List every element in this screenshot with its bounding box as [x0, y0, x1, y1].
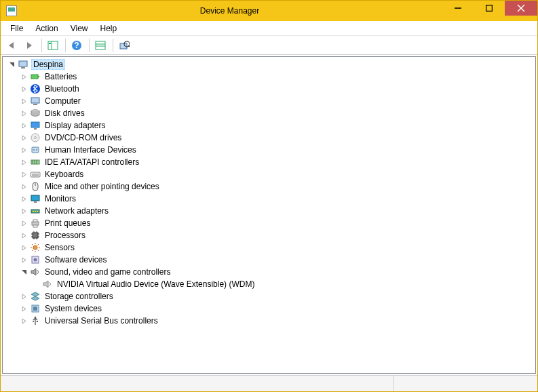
menu-help[interactable]: Help [95, 22, 123, 35]
minimize-button[interactable] [442, 1, 474, 16]
forward-button[interactable] [21, 37, 37, 54]
tree-node[interactable]: Keyboards [3, 168, 535, 180]
expander-icon[interactable] [19, 135, 28, 141]
svg-rect-41 [33, 211, 34, 212]
tree-node[interactable]: Disk drives [3, 107, 535, 119]
sensor-icon [30, 242, 41, 253]
expander-icon[interactable] [19, 86, 28, 92]
title-bar[interactable]: Device Manager [1, 1, 537, 21]
device-tree[interactable]: DespinaBatteriesBluetoothComputerDisk dr… [3, 57, 535, 373]
expander-icon[interactable] [19, 74, 28, 80]
tree-node[interactable]: Monitors [3, 193, 535, 205]
expander-icon[interactable] [19, 111, 28, 117]
menu-action[interactable]: Action [30, 22, 63, 35]
tree-node[interactable]: Despina [3, 58, 535, 71]
toolbar-separator [113, 39, 113, 52]
tree-node[interactable]: Print queues [3, 217, 535, 229]
svg-point-61 [35, 317, 37, 319]
svg-rect-44 [32, 222, 39, 225]
tree-node-label: Despina [31, 59, 65, 70]
mouse-icon [30, 181, 41, 192]
tree-node[interactable]: Human Interface Devices [3, 144, 535, 156]
back-button[interactable] [3, 37, 20, 54]
toolbar-separator [89, 39, 90, 52]
tree-node[interactable]: Computer [3, 95, 535, 107]
tree-node-label: Bluetooth [43, 84, 81, 94]
sound-icon [30, 267, 41, 277]
expander-icon[interactable] [19, 208, 28, 214]
expander-icon[interactable] [19, 98, 28, 104]
expander-icon[interactable] [19, 269, 28, 275]
bluetooth-icon [30, 83, 41, 94]
printer-icon [30, 218, 41, 229]
tree-node[interactable]: Software devices [3, 254, 535, 266]
tree-node-label: Disk drives [43, 109, 86, 118]
expander-icon[interactable] [19, 147, 28, 153]
app-icon [6, 5, 17, 16]
tree-node-label: Human Interface Devices [43, 145, 138, 155]
svg-rect-46 [33, 225, 37, 227]
tree-node[interactable]: NVIDIA Virtual Audio Device (Wave Extens… [3, 278, 535, 290]
tree-node[interactable]: IDE ATA/ATAPI controllers [3, 156, 535, 168]
svg-rect-15 [19, 61, 27, 66]
tree-node-label: Network adapters [43, 206, 110, 216]
tree-node[interactable]: Sound, video and game controllers [3, 266, 535, 278]
tree-node[interactable]: Sensors [3, 241, 535, 254]
tree-node-label: Software devices [43, 255, 108, 264]
window-title: Device Manager [17, 6, 442, 16]
ide-icon [30, 157, 41, 168]
tree-node-label: Mice and other pointing devices [43, 182, 161, 191]
tree-node[interactable]: Batteries [3, 71, 535, 83]
expander-icon[interactable] [19, 294, 28, 300]
svg-rect-45 [33, 220, 37, 222]
expander-icon[interactable] [19, 184, 28, 190]
properties-button[interactable] [92, 37, 109, 54]
svg-point-29 [36, 149, 37, 151]
tree-node[interactable]: Universal Serial Bus controllers [3, 315, 535, 327]
svg-rect-20 [31, 98, 39, 103]
toolbar-separator [65, 39, 66, 52]
system-icon [30, 303, 41, 314]
expander-icon[interactable] [19, 306, 28, 312]
help-button[interactable]: ? [69, 37, 85, 54]
svg-rect-6 [49, 43, 51, 44]
software-icon [30, 254, 41, 265]
tree-node-label: Computer [43, 96, 82, 106]
tree-node-label: Processors [43, 231, 87, 240]
window-root: Device Manager File Action View Help [0, 0, 538, 392]
expander-icon[interactable] [19, 159, 28, 165]
storage-icon [30, 291, 41, 302]
show-hide-console-tree-button[interactable] [45, 37, 61, 54]
tree-node-label: Batteries [43, 72, 78, 81]
expander-icon[interactable] [19, 172, 28, 178]
tree-node-label: DVD/CD-ROM drives [43, 133, 123, 142]
close-button[interactable] [505, 1, 537, 16]
expander-icon[interactable] [19, 123, 28, 129]
expander-icon[interactable] [19, 318, 28, 324]
scan-hardware-button[interactable] [116, 37, 132, 54]
svg-point-26 [35, 137, 37, 139]
usb-icon [30, 315, 41, 326]
tree-node[interactable]: Storage controllers [3, 290, 535, 302]
tree-node[interactable]: Bluetooth [3, 83, 535, 95]
tree-node[interactable]: DVD/CD-ROM drives [3, 132, 535, 144]
tree-node[interactable]: Mice and other pointing devices [3, 180, 535, 193]
tree-node[interactable]: Network adapters [3, 205, 535, 217]
expander-icon[interactable] [7, 62, 16, 68]
expander-icon[interactable] [19, 257, 28, 263]
svg-rect-39 [34, 201, 37, 203]
tree-node[interactable]: Display adapters [3, 119, 535, 132]
expander-icon[interactable] [19, 220, 28, 227]
expander-icon[interactable] [19, 196, 28, 202]
menu-view[interactable]: View [65, 22, 94, 35]
hid-icon [30, 144, 41, 155]
expander-icon[interactable] [19, 245, 28, 251]
status-bar [1, 375, 537, 391]
maximize-button[interactable] [474, 1, 505, 16]
expander-icon[interactable] [19, 233, 28, 239]
svg-rect-21 [33, 104, 37, 105]
tree-node[interactable]: System devices [3, 302, 535, 315]
menu-file[interactable]: File [5, 22, 28, 35]
tree-node[interactable]: Processors [3, 229, 535, 241]
svg-rect-24 [34, 128, 37, 130]
